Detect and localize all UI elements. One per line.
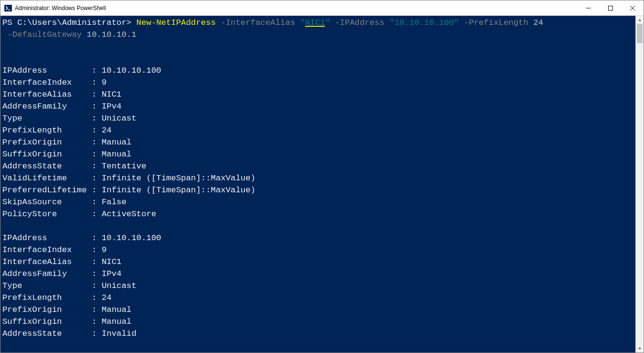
out-row: AddressFamily : IPv4 xyxy=(2,269,122,278)
out-row: ValidLifetime : Infinite ([TimeSpan]::Ma… xyxy=(2,174,255,183)
vertical-scrollbar[interactable] xyxy=(635,16,644,353)
out-row: PolicyStore : ActiveStore xyxy=(2,210,156,219)
param-ipaddress: -IPAddress xyxy=(330,18,389,27)
close-button[interactable] xyxy=(622,0,644,15)
prefixlength-value: 24 xyxy=(533,18,544,27)
scroll-up-arrow[interactable] xyxy=(636,16,644,24)
out-row: InterfaceIndex : 9 xyxy=(2,78,107,87)
window-title: Administrator: Windows PowerShell xyxy=(15,5,577,11)
defaultgateway-value: 10.10.10.1 xyxy=(87,30,136,39)
scroll-down-arrow[interactable] xyxy=(636,344,644,353)
out-row: PreferredLifetime : Infinite ([TimeSpan]… xyxy=(2,186,255,195)
quote-close: " xyxy=(325,18,330,27)
window-controls xyxy=(577,0,644,15)
ipaddress-value: "10.10.10.100" xyxy=(389,18,459,27)
param-defaultgateway: -DefaultGateway xyxy=(2,30,87,39)
out-row: Type : Unicast xyxy=(2,114,136,123)
out-row: PrefixOrigin : Manual xyxy=(2,138,132,147)
svg-rect-3 xyxy=(609,6,613,10)
minimize-button[interactable] xyxy=(577,0,600,15)
out-row: InterfaceAlias : NIC1 xyxy=(2,90,122,99)
titlebar[interactable]: Administrator: Windows PowerShell xyxy=(0,0,644,16)
out-row: AddressFamily : IPv4 xyxy=(2,102,122,111)
out-row: AddressState : Invalid xyxy=(2,329,136,338)
out-row: SuffixOrigin : Manual xyxy=(2,317,132,326)
maximize-button[interactable] xyxy=(600,0,622,15)
cmdlet-name: New-NetIPAddress xyxy=(136,18,216,27)
out-row: SuffixOrigin : Manual xyxy=(2,150,132,159)
terminal-area: PS C:\Users\Administrator> New-NetIPAddr… xyxy=(0,16,644,353)
terminal-content[interactable]: PS C:\Users\Administrator> New-NetIPAddr… xyxy=(0,16,635,353)
scroll-track[interactable] xyxy=(636,24,644,344)
out-row: SkipAsSource : False xyxy=(2,198,126,207)
prompt-prefix: PS C:\Users\Administrator> xyxy=(2,18,136,27)
param-prefixlength: -PrefixLength xyxy=(459,18,533,27)
out-row: InterfaceAlias : NIC1 xyxy=(2,257,122,266)
out-row: Type : Unicast xyxy=(2,281,136,290)
powershell-icon xyxy=(4,4,12,12)
out-row: IPAddress : 10.10.10.100 xyxy=(2,66,161,75)
scroll-thumb[interactable] xyxy=(637,24,643,43)
out-row: PrefixLength : 24 xyxy=(2,126,111,135)
quote-open: " xyxy=(300,18,305,27)
out-row: AddressState : Tentative xyxy=(2,162,146,171)
out-row: PrefixLength : 24 xyxy=(2,293,111,302)
param-interfacealias: -InterfaceAlias xyxy=(216,18,300,27)
nic1-value: NIC1 xyxy=(305,18,325,27)
out-row: IPAddress : 10.10.10.100 xyxy=(2,233,161,243)
powershell-window: Administrator: Windows PowerShell PS C:\… xyxy=(0,0,644,353)
out-row: InterfaceIndex : 9 xyxy=(2,245,107,254)
out-row: PrefixOrigin : Manual xyxy=(2,305,132,314)
